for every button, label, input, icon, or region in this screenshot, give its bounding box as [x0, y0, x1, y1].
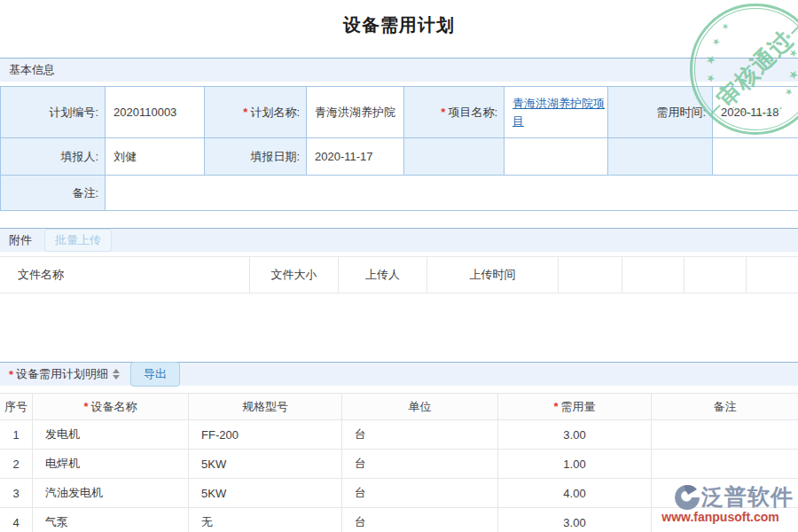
remark-label: 备注: — [1, 176, 106, 211]
basic-info-form: 计划编号: 2020110003 *计划名称: 青海洪湖养护院 *项目名称: 青… — [0, 86, 798, 211]
detail-col-model: 规格型号 — [189, 394, 342, 420]
row-name: 气泵 — [33, 508, 189, 532]
row-no: 4 — [0, 508, 33, 532]
row-model: 5KW — [189, 479, 342, 508]
row-remark — [652, 420, 798, 450]
plan-name-value: 青海洪湖养护院 — [307, 87, 404, 138]
details-section-header: * 设备需用计划明细 导出 — [0, 362, 798, 386]
project-name-cell: 青海洪湖养护院项目 — [505, 87, 608, 138]
report-date-value: 2020-11-17 — [307, 138, 404, 176]
row-model: 5KW — [189, 450, 342, 479]
attachment-col-filename: 文件名称 — [0, 257, 250, 293]
plan-name-label: *计划名称: — [205, 87, 307, 138]
required-asterisk: * — [243, 106, 247, 119]
basic-info-section-header: 基本信息 — [0, 58, 798, 82]
attachment-col-uploadtime: 上传时间 — [427, 257, 559, 293]
project-link[interactable]: 青海洪湖养护院项目 — [512, 95, 607, 129]
reporter-value: 刘健 — [106, 138, 205, 176]
row-qty: 4.00 — [498, 479, 652, 508]
report-date-label: 填报日期: — [205, 138, 307, 176]
details-section-title: 设备需用计划明细 — [16, 366, 108, 382]
export-button[interactable]: 导出 — [130, 362, 180, 387]
required-asterisk: * — [441, 106, 445, 119]
need-time-value: 2020-11-18 — [713, 87, 798, 138]
remark-value — [106, 176, 798, 211]
stamp-star-icon: ★ — [710, 36, 722, 48]
attachment-col-empty — [559, 257, 622, 293]
page-title: 设备需用计划 — [0, 13, 798, 37]
attachment-col-empty — [622, 257, 685, 293]
empty-label-cell — [404, 138, 505, 176]
row-name: 电焊机 — [33, 450, 189, 479]
row-qty: 1.00 — [498, 450, 652, 479]
row-name: 发电机 — [33, 420, 189, 450]
reporter-label: 填报人: — [1, 138, 106, 176]
attachment-col-empty — [747, 257, 798, 293]
empty-label-cell — [608, 138, 713, 176]
row-unit: 台 — [342, 450, 498, 479]
vendor-logo-icon — [673, 483, 701, 512]
project-name-label: *项目名称: — [404, 87, 505, 138]
detail-col-remark: 备注 — [652, 394, 798, 420]
vendor-url-text: www.fanpusoft.com — [647, 510, 794, 524]
required-asterisk: * — [83, 400, 88, 413]
vendor-watermark: 泛普软件 www.fanpusoft.com — [647, 482, 794, 524]
row-name: 汽油发电机 — [33, 479, 189, 508]
plan-no-label: 计划编号: — [1, 87, 106, 138]
plan-no-value: 2020110003 — [106, 87, 205, 138]
row-no: 2 — [0, 450, 33, 479]
required-asterisk: * — [553, 400, 558, 413]
empty-value-cell — [505, 138, 608, 176]
row-unit: 台 — [342, 420, 498, 450]
row-no: 3 — [0, 479, 33, 508]
basic-info-section-title: 基本信息 — [9, 62, 55, 78]
vendor-brand-text: 泛普软件 — [701, 482, 794, 512]
row-qty: 3.00 — [498, 420, 652, 450]
row-unit: 台 — [342, 479, 498, 508]
row-no: 1 — [0, 420, 33, 450]
empty-value-cell — [713, 138, 798, 176]
attachments-table-header: 文件名称 文件大小 上传人 上传时间 — [0, 256, 798, 293]
detail-col-unit: 单位 — [342, 394, 498, 420]
batch-upload-button[interactable]: 批量上传 — [44, 229, 112, 252]
row-unit: 台 — [342, 508, 498, 532]
detail-col-name: *设备名称 — [33, 394, 189, 420]
row-remark — [652, 450, 798, 479]
required-asterisk: * — [9, 368, 13, 381]
detail-col-qty: *需用量 — [498, 394, 652, 420]
attachment-col-uploader: 上传人 — [339, 257, 427, 293]
row-model: FF-200 — [189, 420, 342, 450]
sort-icon[interactable] — [113, 369, 120, 379]
attachment-col-filesize: 文件大小 — [250, 257, 339, 293]
need-time-label: 需用时间: — [608, 87, 713, 138]
attachments-section-header: 附件 批量上传 — [0, 228, 798, 252]
detail-col-no: 序号 — [0, 394, 33, 420]
row-model: 无 — [189, 508, 342, 532]
row-qty: 3.00 — [498, 508, 652, 532]
attachments-section-title: 附件 — [9, 232, 32, 248]
attachment-col-empty — [685, 257, 747, 293]
